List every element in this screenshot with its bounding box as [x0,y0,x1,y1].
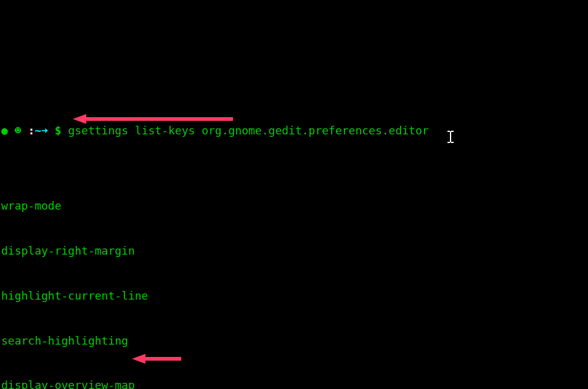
output-line: wrap-mode [1,199,587,213]
terminal[interactable]: ● ☻ :~➜ $ ● ☻ : ~ ➜ $ gsettings list-key… [0,0,588,389]
glyph-sep: : [28,123,35,138]
output-line: highlight-current-line [1,289,587,303]
glyph-dot-icon: ● [1,123,8,138]
glyph-path: ~ [35,123,41,138]
prev-line-fragment: ● ☻ :~➜ $ [1,60,587,63]
glyph-face-icon: ☻ [15,123,22,138]
output-line: display-overview-map [1,378,587,389]
output-line: search-highlighting [1,334,587,348]
glyph-arrow-icon: ➜ [41,123,48,138]
prompt-badge: ● ☻ : ~ ➜ $ [1,123,62,138]
output-line: display-right-margin [1,244,587,258]
command-text: gsettings list-keys org.gnome.gedit.pref… [68,123,428,138]
prompt-dollar: $ [55,123,62,138]
prompt-line-1: ● ☻ : ~ ➜ $ gsettings list-keys org.gnom… [1,123,587,138]
